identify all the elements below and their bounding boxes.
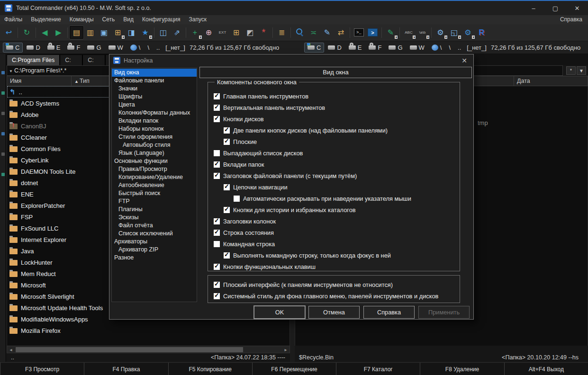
multi-rename-icon[interactable]: ✎ <box>320 26 334 39</box>
checkbox[interactable] <box>214 230 220 236</box>
horizontal-scrollbar[interactable]: ◂ ▸ <box>7 346 290 353</box>
settings-nav-item[interactable]: Цвета <box>112 101 197 109</box>
toolbar-separator[interactable] <box>380 26 384 39</box>
favorites-button[interactable]: * <box>566 66 576 75</box>
favorites-icon[interactable]: ★ <box>138 26 152 39</box>
checkbox[interactable] <box>234 196 240 202</box>
drive-button[interactable]: .. <box>454 43 464 53</box>
drive-button[interactable]: \ <box>445 43 454 53</box>
drive-none-label[interactable]: [_нет_] <box>465 44 488 51</box>
checkbox[interactable] <box>214 116 220 122</box>
display-settings-icon[interactable]: ◱ <box>447 26 461 39</box>
checkbox[interactable] <box>214 241 220 247</box>
checkbox[interactable] <box>224 252 230 259</box>
toolbar-separator[interactable] <box>65 26 70 39</box>
maximize-button[interactable]: ▢ <box>544 1 566 15</box>
column-header-name[interactable]: Имя <box>7 76 72 86</box>
checkbox[interactable] <box>214 105 220 111</box>
function-key-button[interactable]: F7 Каталог <box>336 363 420 375</box>
drive-button[interactable]: E <box>345 43 365 53</box>
full-view-icon[interactable]: ▥ <box>83 26 97 39</box>
drive-button[interactable]: \ <box>127 43 144 53</box>
checkbox-row[interactable]: Вкладки папок <box>208 159 460 170</box>
settings-nav-item[interactable]: Шрифты <box>112 93 197 101</box>
settings-nav-item[interactable]: Копирование/Удаление <box>112 173 197 181</box>
partial-file-cell[interactable]: tmp <box>478 119 488 126</box>
toolbar-separator[interactable] <box>398 26 402 39</box>
checkbox[interactable] <box>224 139 230 145</box>
menu-item[interactable]: Вид <box>119 15 138 24</box>
notepad-icon[interactable]: ✎ <box>384 26 398 39</box>
settings-nav-item[interactable]: Список исключений <box>112 230 197 238</box>
settings-nav-item[interactable]: Автовыбор стиля <box>112 141 197 149</box>
registry-icon[interactable]: R <box>475 26 488 39</box>
history-forward-icon[interactable]: ▶ <box>52 26 65 39</box>
settings-nav-item[interactable]: Эскизы <box>112 214 197 222</box>
scroll-right-icon[interactable]: ▸ <box>282 347 289 352</box>
toolbar-separator[interactable] <box>16 26 20 39</box>
checkbox-row[interactable]: Заголовок файловой панели (с текущим пут… <box>208 170 460 181</box>
checkbox[interactable] <box>214 293 220 299</box>
directory-tree-icon[interactable]: ⊞ <box>111 26 125 39</box>
folder-tab[interactable]: C:Program Files <box>7 54 60 65</box>
settings-nav-item[interactable]: Язык (Language) <box>112 149 197 157</box>
thumbnails-view-icon[interactable]: ▣ <box>97 26 111 39</box>
function-key-button[interactable]: F4 Правка <box>84 363 168 375</box>
toolbar-separator[interactable] <box>152 26 156 39</box>
checkbox-row[interactable]: Системный стиль для фона главного меню, … <box>208 290 460 302</box>
settings-nav-item[interactable]: FTP <box>112 197 197 205</box>
checkbox[interactable] <box>224 184 230 190</box>
drive-button[interactable]: D <box>23 43 43 53</box>
toolbar-separator[interactable] <box>271 26 275 39</box>
toolbar-separator[interactable] <box>289 26 293 39</box>
checkbox-row[interactable]: Строка состояния <box>208 227 460 238</box>
powershell-icon[interactable]: > <box>366 26 380 39</box>
copy-paths-icon[interactable]: \a\b <box>416 26 429 39</box>
settings-nav-item[interactable]: Наборы колонок <box>112 125 197 133</box>
checkbox-row[interactable]: Выпадающий список дисков <box>208 147 460 159</box>
settings-nav-item[interactable]: Значки <box>112 85 197 93</box>
function-key-button[interactable]: F6 Перемещение <box>252 363 336 375</box>
services-gears-icon[interactable]: ⚙ <box>461 26 475 39</box>
menu-item[interactable]: Файлы <box>0 15 27 24</box>
drive-button[interactable]: E <box>44 43 64 53</box>
scroll-left-icon[interactable]: ◂ <box>7 347 15 352</box>
settings-nav-item[interactable]: Автообновление <box>112 181 197 189</box>
new-tab-icon[interactable]: + <box>188 26 202 39</box>
toolbar-separator[interactable] <box>348 26 352 39</box>
settings-nav-item[interactable]: Архиватор ZIP <box>112 246 197 254</box>
toolbar-separator[interactable] <box>429 26 434 39</box>
vertical-toolbar-icon-1[interactable] <box>1 71 5 74</box>
new-extension-icon[interactable]: EXT <box>216 26 229 39</box>
vertical-toolbar-icon-2[interactable] <box>1 91 5 95</box>
cmd-icon[interactable]: >_ <box>352 26 366 39</box>
function-key-button[interactable]: F3 Просмотр <box>0 363 84 375</box>
menu-item[interactable]: Выделение <box>27 15 65 24</box>
toolbar-separator[interactable] <box>184 26 188 39</box>
refresh-icon[interactable]: ↻ <box>20 26 34 39</box>
checkbox-row[interactable]: Кнопки дисков <box>208 113 460 125</box>
close-button[interactable]: ✕ <box>566 1 588 15</box>
drive-button[interactable]: W <box>407 43 428 53</box>
settings-nav-item[interactable]: Файловые панели <box>112 77 197 85</box>
settings-nav-item[interactable]: Разное <box>112 254 197 262</box>
folder-tab[interactable]: C: <box>60 54 82 65</box>
settings-nav-item[interactable]: Вкладки папок <box>112 117 197 125</box>
branch-view-icon[interactable]: ≣ <box>275 26 289 39</box>
new-folder-icon[interactable]: ⊞ <box>229 26 243 39</box>
checkbox-row[interactable]: Цепочки навигации <box>208 181 460 193</box>
function-key-button[interactable]: F8 Удаление <box>420 363 504 375</box>
checkbox-row[interactable]: Кнопки функциональных клавиш <box>208 261 460 272</box>
dialog-button[interactable]: Применить <box>418 306 470 319</box>
drive-button[interactable]: .. <box>153 43 163 53</box>
brief-view-icon[interactable]: ▤ <box>70 26 83 39</box>
checkbox-row[interactable]: Заголовки колонок <box>208 215 460 227</box>
vertical-toolbar-icon-5[interactable] <box>1 152 5 156</box>
menu-item[interactable]: Конфигурация <box>138 15 185 24</box>
checkbox-row[interactable]: Две панели кнопок дисков (над файловыми … <box>208 125 460 136</box>
menu-item-help[interactable]: Справка <box>554 15 588 24</box>
drive-button[interactable]: C <box>304 43 324 53</box>
back-icon[interactable]: ↩ <box>2 26 16 39</box>
scrollbar-thumb[interactable] <box>16 347 243 352</box>
checkbox[interactable] <box>224 127 230 134</box>
